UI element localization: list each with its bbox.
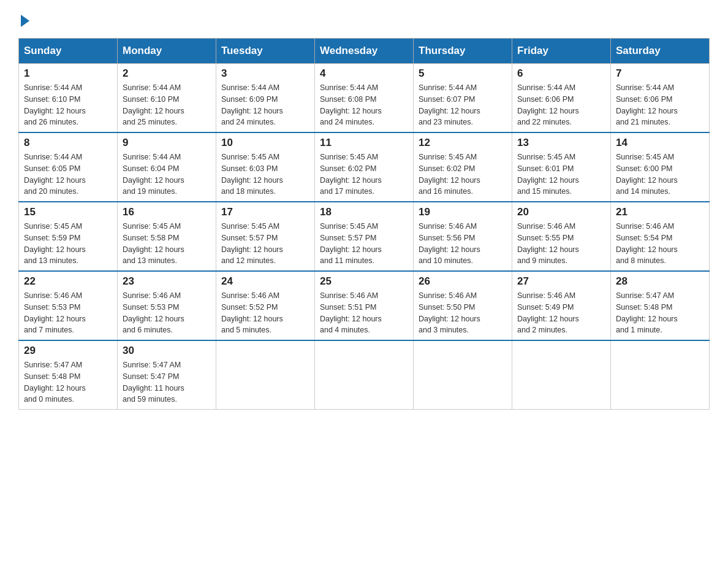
day-info: Sunrise: 5:46 AMSunset: 5:49 PMDaylight:… [517,290,605,336]
weekday-header-wednesday: Wednesday [315,39,414,64]
calendar-cell [216,340,315,410]
day-number: 1 [24,67,112,80]
day-number: 9 [123,137,211,149]
calendar-cell: 13Sunrise: 5:45 AMSunset: 6:01 PMDayligh… [512,132,611,202]
day-number: 26 [419,275,507,288]
weekday-header-thursday: Thursday [414,39,512,64]
calendar-cell: 21Sunrise: 5:46 AMSunset: 5:54 PMDayligh… [611,202,710,271]
weekday-header-friday: Friday [512,39,611,64]
calendar-cell: 30Sunrise: 5:47 AMSunset: 5:47 PMDayligh… [118,340,216,410]
day-info: Sunrise: 5:47 AMSunset: 5:48 PMDaylight:… [616,290,704,336]
calendar-cell: 14Sunrise: 5:45 AMSunset: 6:00 PMDayligh… [611,132,710,202]
calendar-cell: 17Sunrise: 5:45 AMSunset: 5:57 PMDayligh… [216,202,315,271]
calendar-cell: 20Sunrise: 5:46 AMSunset: 5:55 PMDayligh… [512,202,611,271]
calendar-cell: 9Sunrise: 5:44 AMSunset: 6:04 PMDaylight… [118,132,216,202]
day-number: 3 [221,67,309,80]
day-info: Sunrise: 5:47 AMSunset: 5:48 PMDaylight:… [24,359,112,405]
day-info: Sunrise: 5:44 AMSunset: 6:06 PMDaylight:… [616,82,704,128]
calendar-week-row: 8Sunrise: 5:44 AMSunset: 6:05 PMDaylight… [19,132,710,202]
day-info: Sunrise: 5:44 AMSunset: 6:04 PMDaylight:… [123,151,211,197]
calendar-cell: 5Sunrise: 5:44 AMSunset: 6:07 PMDaylight… [414,64,512,133]
day-number: 11 [320,137,408,149]
calendar-cell: 3Sunrise: 5:44 AMSunset: 6:09 PMDaylight… [216,64,315,133]
calendar-week-row: 1Sunrise: 5:44 AMSunset: 6:10 PMDaylight… [19,64,710,133]
day-info: Sunrise: 5:45 AMSunset: 6:00 PMDaylight:… [616,151,704,197]
calendar-cell: 23Sunrise: 5:46 AMSunset: 5:53 PMDayligh… [118,271,216,340]
day-info: Sunrise: 5:46 AMSunset: 5:53 PMDaylight:… [123,290,211,336]
day-number: 18 [320,206,408,218]
calendar-cell: 8Sunrise: 5:44 AMSunset: 6:05 PMDaylight… [19,132,118,202]
day-info: Sunrise: 5:45 AMSunset: 5:57 PMDaylight:… [320,221,408,267]
day-info: Sunrise: 5:45 AMSunset: 6:03 PMDaylight:… [221,151,309,197]
day-info: Sunrise: 5:45 AMSunset: 5:59 PMDaylight:… [24,221,112,267]
calendar-cell: 12Sunrise: 5:45 AMSunset: 6:02 PMDayligh… [414,132,512,202]
day-number: 29 [24,345,112,357]
day-number: 25 [320,275,408,288]
calendar-cell: 10Sunrise: 5:45 AMSunset: 6:03 PMDayligh… [216,132,315,202]
calendar-cell: 16Sunrise: 5:45 AMSunset: 5:58 PMDayligh… [118,202,216,271]
calendar-cell: 27Sunrise: 5:46 AMSunset: 5:49 PMDayligh… [512,271,611,340]
weekday-header-tuesday: Tuesday [216,39,315,64]
calendar-cell: 19Sunrise: 5:46 AMSunset: 5:56 PMDayligh… [414,202,512,271]
calendar-cell: 11Sunrise: 5:45 AMSunset: 6:02 PMDayligh… [315,132,414,202]
calendar-week-row: 22Sunrise: 5:46 AMSunset: 5:53 PMDayligh… [19,271,710,340]
calendar-cell: 28Sunrise: 5:47 AMSunset: 5:48 PMDayligh… [611,271,710,340]
day-info: Sunrise: 5:44 AMSunset: 6:05 PMDaylight:… [24,151,112,197]
logo-arrow-icon [21,15,29,27]
day-number: 30 [123,345,211,357]
day-info: Sunrise: 5:45 AMSunset: 5:57 PMDaylight:… [221,221,309,267]
calendar-week-row: 15Sunrise: 5:45 AMSunset: 5:59 PMDayligh… [19,202,710,271]
calendar-cell [414,340,512,410]
day-info: Sunrise: 5:44 AMSunset: 6:10 PMDaylight:… [123,82,211,128]
day-number: 8 [24,137,112,149]
day-info: Sunrise: 5:45 AMSunset: 5:58 PMDaylight:… [123,221,211,267]
day-number: 24 [221,275,309,288]
day-number: 13 [517,137,605,149]
calendar-cell: 18Sunrise: 5:45 AMSunset: 5:57 PMDayligh… [315,202,414,271]
day-number: 10 [221,137,309,149]
day-number: 12 [419,137,507,149]
day-info: Sunrise: 5:46 AMSunset: 5:56 PMDaylight:… [419,221,507,267]
calendar-cell [512,340,611,410]
calendar-cell: 15Sunrise: 5:45 AMSunset: 5:59 PMDayligh… [19,202,118,271]
day-number: 19 [419,206,507,218]
calendar-table: SundayMondayTuesdayWednesdayThursdayFrid… [18,38,710,410]
day-number: 5 [419,67,507,80]
weekday-header-row: SundayMondayTuesdayWednesdayThursdayFrid… [19,39,710,64]
day-info: Sunrise: 5:45 AMSunset: 6:02 PMDaylight:… [419,151,507,197]
day-number: 7 [616,67,704,80]
calendar-cell: 7Sunrise: 5:44 AMSunset: 6:06 PMDaylight… [611,64,710,133]
day-info: Sunrise: 5:44 AMSunset: 6:09 PMDaylight:… [221,82,309,128]
calendar-week-row: 29Sunrise: 5:47 AMSunset: 5:48 PMDayligh… [19,340,710,410]
page-header [18,12,710,27]
day-number: 4 [320,67,408,80]
day-info: Sunrise: 5:46 AMSunset: 5:53 PMDaylight:… [24,290,112,336]
day-info: Sunrise: 5:47 AMSunset: 5:47 PMDaylight:… [123,359,211,405]
calendar-cell: 29Sunrise: 5:47 AMSunset: 5:48 PMDayligh… [19,340,118,410]
day-info: Sunrise: 5:44 AMSunset: 6:08 PMDaylight:… [320,82,408,128]
weekday-header-sunday: Sunday [19,39,118,64]
day-info: Sunrise: 5:46 AMSunset: 5:51 PMDaylight:… [320,290,408,336]
day-number: 16 [123,206,211,218]
calendar-cell: 25Sunrise: 5:46 AMSunset: 5:51 PMDayligh… [315,271,414,340]
day-number: 20 [517,206,605,218]
day-number: 28 [616,275,704,288]
calendar-cell: 22Sunrise: 5:46 AMSunset: 5:53 PMDayligh… [19,271,118,340]
calendar-cell: 2Sunrise: 5:44 AMSunset: 6:10 PMDaylight… [118,64,216,133]
day-number: 22 [24,275,112,288]
day-info: Sunrise: 5:46 AMSunset: 5:50 PMDaylight:… [419,290,507,336]
day-number: 23 [123,275,211,288]
logo [18,12,29,27]
calendar-cell [315,340,414,410]
calendar-cell: 6Sunrise: 5:44 AMSunset: 6:06 PMDaylight… [512,64,611,133]
day-info: Sunrise: 5:45 AMSunset: 6:01 PMDaylight:… [517,151,605,197]
calendar-cell [611,340,710,410]
day-info: Sunrise: 5:44 AMSunset: 6:07 PMDaylight:… [419,82,507,128]
calendar-cell: 4Sunrise: 5:44 AMSunset: 6:08 PMDaylight… [315,64,414,133]
day-number: 2 [123,67,211,80]
day-info: Sunrise: 5:46 AMSunset: 5:52 PMDaylight:… [221,290,309,336]
day-number: 14 [616,137,704,149]
calendar-cell: 26Sunrise: 5:46 AMSunset: 5:50 PMDayligh… [414,271,512,340]
weekday-header-monday: Monday [118,39,216,64]
day-number: 6 [517,67,605,80]
